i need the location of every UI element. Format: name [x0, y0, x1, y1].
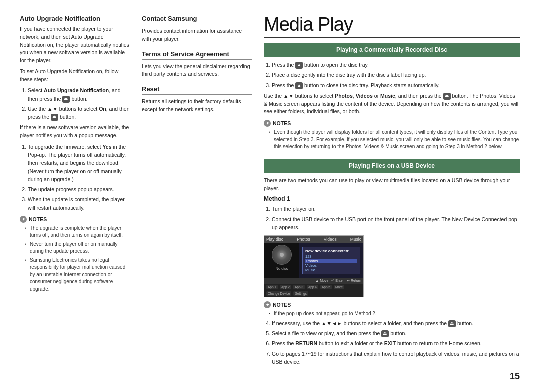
popup-videos: Videos	[306, 264, 358, 268]
footer-app4: App 4	[307, 285, 318, 290]
list-item: Select Auto Upgrade Notification, and th…	[28, 86, 130, 103]
list-item: Place a disc gently into the disc tray w…	[272, 71, 520, 79]
topbar-item: Videos	[324, 237, 337, 242]
popup-number: 123	[306, 254, 358, 259]
list-item: Use the ▲▼ buttons to select On, and the…	[28, 105, 130, 122]
notes-icon: ✦	[264, 120, 271, 127]
left-column: Auto Upgrade Notification If you have co…	[20, 15, 130, 369]
list-item: Connect the USB device to the USB port o…	[272, 216, 520, 232]
auto-upgrade-steps1: Select Auto Upgrade Notification, and th…	[20, 86, 130, 121]
terms-section: Terms of Service Agreement Lets you view…	[142, 50, 252, 79]
reset-title: Reset	[142, 86, 252, 95]
footer-app3: App 3	[294, 285, 305, 290]
list-item: Go to pages 17~19 for instructions that …	[272, 350, 520, 366]
footer-settings: Settings	[294, 292, 308, 296]
list-item: Turn the player on.	[272, 205, 520, 213]
notes-text: NOTES	[29, 216, 47, 222]
bottom-return: ↩ Return	[347, 279, 362, 283]
list-item: Press the ▲ button to close the disc tra…	[272, 82, 520, 90]
method1-title: Method 1	[264, 196, 520, 202]
popup-music: Music	[306, 268, 358, 272]
list-item: Even though the player will display fold…	[269, 129, 520, 151]
disc-icon	[272, 245, 292, 265]
footer-app1: App 1	[266, 285, 278, 290]
popup-title: New device connected:	[306, 249, 358, 254]
contact-samsung-title: Contact Samsung	[142, 15, 252, 24]
bottom-move: ▲ Move	[316, 279, 328, 283]
list-item: Select a file to view or play, and then …	[272, 330, 520, 338]
popup-photos: Photos	[306, 259, 358, 264]
steps-4-7: If necessary, use the ▲▼◄► buttons to se…	[264, 320, 520, 366]
media-play-header: Media Play	[264, 15, 520, 38]
notes-usb-label: ✦ NOTES	[264, 302, 520, 308]
playing-usb-header: Playing Files on a USB Device	[264, 159, 520, 173]
topbar-item: Music	[350, 237, 362, 242]
notes-list: The upgrade is complete when the player …	[20, 225, 130, 294]
notes-label: ✦ NOTES	[20, 216, 130, 223]
reset-section: Reset Returns all settings to their fact…	[142, 86, 252, 114]
topbar-item: Photos	[297, 237, 310, 242]
topbar-item: Play disc	[266, 237, 284, 242]
list-item: Samsung Electronics takes no legal respo…	[25, 257, 130, 294]
auto-upgrade-body3: If there is a new software version avail…	[20, 124, 130, 140]
auto-upgrade-body1: If you have connected the player to your…	[20, 26, 130, 65]
mid-column: Contact Samsung Provides contact informa…	[142, 15, 252, 369]
notes-text: NOTES	[273, 120, 291, 126]
usb-footer: App 1 App 2 App 3 App 4 App 5 More Chang…	[264, 284, 364, 297]
right-column: Media Play Playing a Commercially Record…	[264, 15, 520, 369]
method1-steps: Turn the player on. Connect the USB devi…	[264, 205, 520, 232]
list-item: Press the ▲ button to open the disc tray…	[272, 61, 520, 69]
list-item: Never turn the player off or on manually…	[25, 241, 130, 256]
auto-upgrade-title: Auto Upgrade Notification	[20, 15, 130, 22]
usb-screenshot: Play disc Photos Videos Music No disc Ne…	[264, 236, 364, 298]
playing-disc-header: Playing a Commercially Recorded Disc	[264, 43, 520, 57]
bottom-enter: ⏎ Enter	[332, 279, 344, 283]
terms-title: Terms of Service Agreement	[142, 50, 252, 60]
usb-intro: There are two methods you can use to pla…	[264, 177, 520, 193]
notes-disc-label: ✦ NOTES	[264, 120, 520, 127]
footer-change: Change Device	[266, 292, 292, 296]
auto-upgrade-steps2: To upgrade the firmware, select Yes in t…	[20, 143, 130, 212]
usb-left-panel: No disc	[264, 243, 300, 278]
list-item: Press the RETURN button to exit a folder…	[272, 340, 520, 348]
notes-text: NOTES	[273, 302, 291, 308]
terms-body: Lets you view the general disclaimer reg…	[142, 63, 252, 79]
disc-steps: Press the ▲ button to open the disc tray…	[264, 61, 520, 90]
usb-body: No disc New device connected: 123 Photos…	[264, 243, 364, 278]
step3-note: Use the ▲▼ buttons to select Photos, Vid…	[264, 92, 520, 116]
notes-disc-list: Even though the player will display fold…	[264, 129, 520, 151]
media-play-title: Media Play	[264, 15, 353, 34]
notes-icon: ✦	[20, 216, 27, 223]
list-item: When the update is completed, the player…	[28, 196, 130, 212]
notes-icon: ✦	[264, 302, 271, 308]
usb-bottom: ▲ Move ⏎ Enter ↩ Return	[264, 278, 364, 284]
footer-app2: App 2	[280, 285, 292, 290]
notes-usb-list: If the pop-up does not appear, go to Met…	[264, 310, 520, 318]
list-item: The update progress popup appears.	[28, 186, 130, 194]
list-item: The upgrade is complete when the player …	[25, 225, 130, 240]
page-number: 15	[510, 372, 520, 382]
list-item: To upgrade the firmware, select Yes in t…	[28, 143, 130, 184]
list-item: If the pop-up does not appear, go to Met…	[269, 310, 520, 318]
footer-more: More	[334, 285, 344, 290]
auto-upgrade-body2: To set Auto Upgrade Notification on, fol…	[20, 68, 130, 84]
contact-samsung-body: Provides contact information for assista…	[142, 28, 252, 44]
no-disc-label: No disc	[276, 266, 288, 271]
footer-app5: App 5	[320, 285, 332, 290]
list-item: If necessary, use the ▲▼◄► buttons to se…	[272, 320, 520, 328]
reset-body: Returns all settings to their factory de…	[142, 98, 252, 114]
popup-box: New device connected: 123 Photos Videos …	[302, 247, 360, 274]
usb-right-panel: New device connected: 123 Photos Videos …	[300, 243, 364, 278]
usb-topbar: Play disc Photos Videos Music	[264, 236, 364, 243]
